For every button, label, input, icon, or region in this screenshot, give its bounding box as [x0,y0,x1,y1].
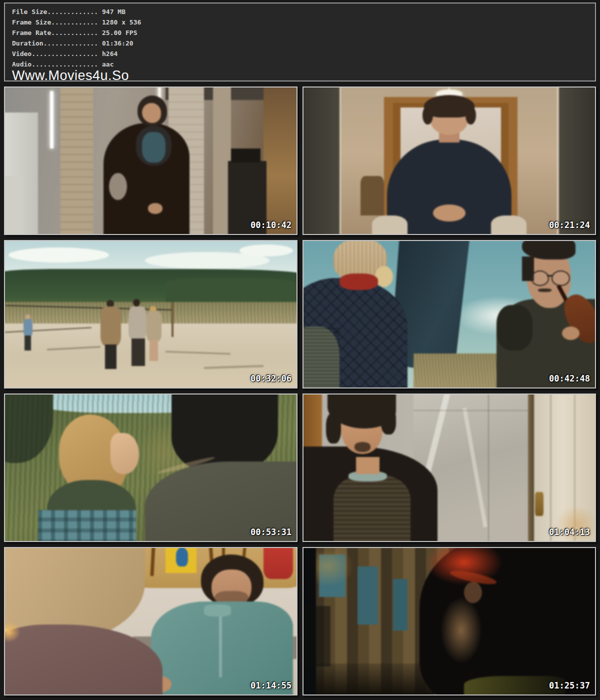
info-label: File Size [12,8,47,16]
timestamp-overlay: 00:42:48 [549,374,590,384]
scene-art-table-conversation [4,547,298,696]
info-label: Frame Size [12,18,51,26]
scene-art-marble-hallway [302,394,596,542]
screenshot-grid: 00:10:42 [4,86,596,696]
info-label: Video [12,50,32,58]
timestamp-overlay: 00:10:42 [250,220,292,230]
timestamp-overlay: 01:25:37 [549,680,590,690]
info-value: 947 MB [102,8,126,16]
scene-art-dune-profile [4,394,298,542]
screenshot-thumb-6: 01:04:13 [302,394,596,542]
timestamp-overlay: 00:53:31 [250,527,292,537]
info-dots: ............ [51,29,98,36]
screenshot-thumb-1: 00:10:42 [4,86,298,235]
info-dots: ............. [47,8,98,16]
timestamp-overlay: 00:32:06 [250,374,292,384]
info-label: Duration [12,40,44,47]
info-row-frame-size: Frame Size............1280 x 536 [12,17,595,28]
media-info-screenshot-page: File Size.............947 MB Frame Size.… [0,0,600,700]
scene-art-loft-interior [4,86,298,235]
info-row-frame-rate: Frame Rate............25.00 FPS [12,28,595,38]
info-label: Audio [12,60,32,68]
screenshot-thumb-3: 00:32:06 [4,240,298,388]
timestamp-overlay: 01:04:13 [549,527,590,537]
info-row-duration: Duration..............01:36:20 [12,38,595,48]
scene-art-beach-volleyball [4,240,298,388]
info-dots: ................. [32,60,98,68]
screenshot-thumb-8: 01:25:37 [302,547,596,696]
info-row-file-size: File Size.............947 MB [12,6,595,17]
timestamp-overlay: 01:14:55 [250,680,292,690]
info-row-video: Video.................h264 [12,48,595,59]
screenshot-thumb-7: 01:14:55 [4,547,298,696]
info-value: 25.00 FPS [102,29,137,36]
scene-art-seated-man [302,86,596,235]
scene-art-night-room [302,547,596,696]
screenshot-thumb-5: 00:53:31 [4,394,298,542]
info-dots: ............ [51,18,98,26]
screenshot-thumb-2: 00:21:24 [302,86,596,235]
site-watermark: Www.Movies4u.So [12,69,595,82]
info-value: aac [102,60,114,68]
info-value: 1280 x 536 [102,18,141,26]
info-dots: .............. [44,40,98,47]
media-info-panel: File Size.............947 MB Frame Size.… [4,2,596,82]
info-value: h264 [102,50,118,58]
info-dots: ................. [32,50,98,58]
info-label: Frame Rate [12,29,51,36]
info-value: 01:36:20 [102,40,134,47]
screenshot-thumb-4: 00:42:48 [302,240,596,388]
scene-art-flag-violin [302,240,596,388]
timestamp-overlay: 00:21:24 [549,220,590,230]
